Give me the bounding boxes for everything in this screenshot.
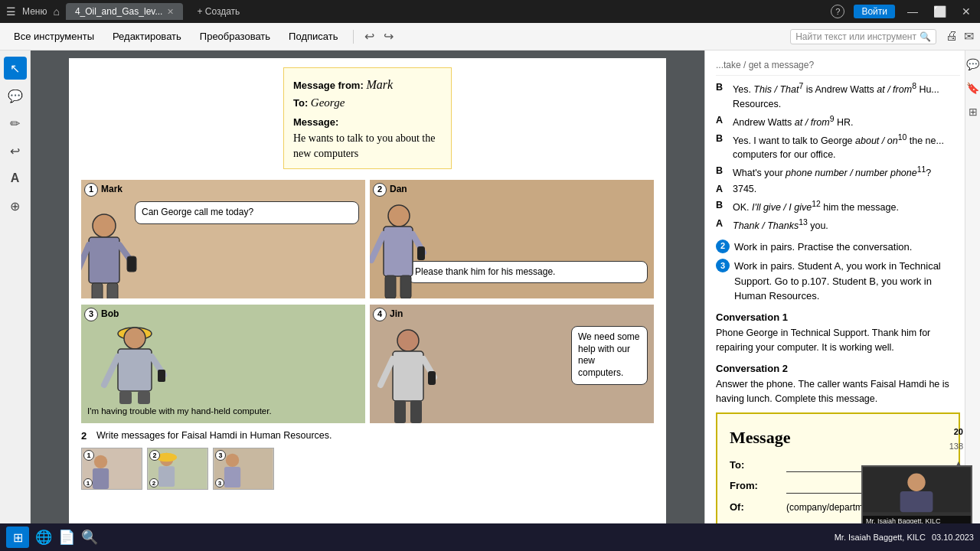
msg-of-label: Of: xyxy=(730,500,783,515)
panel-4-name: Jin xyxy=(390,308,403,321)
page-num-20: 20 xyxy=(954,425,963,439)
dialogue-A2: A 3745. xyxy=(716,182,960,197)
svg-rect-16 xyxy=(118,349,152,391)
video-thumbnail: Mr. Isaiah Baggett, KILC xyxy=(861,465,972,528)
svg-point-15 xyxy=(124,328,145,349)
svg-rect-31 xyxy=(93,468,109,489)
svg-line-24 xyxy=(381,359,393,385)
panel-3-name: Bob xyxy=(101,308,119,321)
line-A3: Thank / Thanks13 you. xyxy=(733,217,828,233)
titlebar: ☰ Меню ⌂ 4_Oil_and_Gas_lev... ✕ + Создат… xyxy=(0,0,980,23)
menu-label[interactable]: Меню xyxy=(22,6,47,17)
transform-menu[interactable]: Преобразовать xyxy=(192,28,278,45)
pdf-taskbar-icon[interactable]: 📄 xyxy=(58,529,75,546)
note-msg-label: Message: xyxy=(293,115,442,130)
edit-menu[interactable]: Редактировать xyxy=(105,28,189,45)
panel-4-label: 4 xyxy=(373,308,387,321)
rp-section-3-num: 3 xyxy=(716,259,730,272)
dialogue-B3: B What's your phone number / number phon… xyxy=(716,164,960,181)
main-layout: ↖ 💬 ✏ ↩ A ⊕ Message from: Mark xyxy=(0,51,980,551)
maximize-button[interactable]: ⬜ xyxy=(930,5,949,18)
svg-rect-38 xyxy=(224,467,240,487)
dialogue-B2: B Yes. I want to talk to George about / … xyxy=(716,132,960,163)
browser-taskbar-icon[interactable]: 🌐 xyxy=(35,529,52,546)
select-tool[interactable]: ↖ xyxy=(4,57,27,80)
tools-menu[interactable]: Все инструменты xyxy=(6,28,102,45)
tab-close-icon[interactable]: ✕ xyxy=(167,7,174,17)
svg-rect-11 xyxy=(385,276,396,298)
email-icon[interactable]: ✉ xyxy=(964,29,974,44)
panel-3-caption: I'm having trouble with my hand-held com… xyxy=(87,406,359,417)
thumb-3: 3 3 xyxy=(213,448,274,490)
zoom-taskbar-icon[interactable]: 🔍 xyxy=(81,529,98,546)
search-bar[interactable]: Найти текст или инструмент 🔍 xyxy=(790,29,936,44)
rp-section-3: 3 Work in pairs. Student A, you work in … xyxy=(716,259,960,304)
msg-to-label: To: xyxy=(730,458,783,473)
taskbar: ⊞ 🌐 📄 🔍 Mr. Isaiah Baggett, KILC 03.10.2… xyxy=(0,523,980,551)
titlebar-right: ? Войти — ⬜ ✕ xyxy=(831,5,974,18)
left-toolbar: ↖ 💬 ✏ ↩ A ⊕ xyxy=(0,51,31,551)
undo-btn[interactable]: ↩ xyxy=(361,29,377,44)
start-btn[interactable]: ⊞ xyxy=(6,527,29,548)
separator-1 xyxy=(353,30,354,44)
speaker-B3: B xyxy=(716,164,728,181)
line-B4: OK. I'll give / I give12 him the message… xyxy=(733,198,899,215)
svg-rect-8 xyxy=(384,227,413,276)
note-msg-text: He wants to talk to you about the new co… xyxy=(293,131,442,161)
dialogue-B4: B OK. I'll give / I give12 him the messa… xyxy=(716,198,960,215)
note-from-label: Message from: xyxy=(293,80,366,91)
pencil-tool[interactable]: ✏ xyxy=(4,112,27,135)
sign-menu[interactable]: Подписать xyxy=(281,28,345,45)
home-icon[interactable]: ⌂ xyxy=(53,5,59,18)
bookmark-icon[interactable]: 🔖 xyxy=(966,80,979,96)
menubar-icons: 🖨 ✉ xyxy=(946,29,974,44)
minimize-button[interactable]: — xyxy=(904,5,921,18)
svg-rect-5 xyxy=(107,283,118,298)
thumb-2: 2 2 xyxy=(147,448,208,490)
redo-btn[interactable]: ↪ xyxy=(381,29,397,44)
svg-rect-1 xyxy=(89,237,119,283)
add-tab-btn[interactable]: + Создать xyxy=(189,3,247,20)
line-A2: 3745. xyxy=(733,182,756,197)
grid-icon[interactable]: ⊞ xyxy=(969,104,978,120)
active-tab[interactable]: 4_Oil_and_Gas_lev... ✕ xyxy=(66,3,184,20)
note-to-label: To: xyxy=(293,97,311,109)
rp-section-2: 2 Work in pairs. Practise the conversati… xyxy=(716,240,960,255)
panel-1-speech: Can George call me today? xyxy=(135,201,359,224)
comic-panel-2: 2 Dan Please thank him for his message. xyxy=(370,180,654,298)
svg-point-7 xyxy=(388,205,410,227)
speaker-B2: B xyxy=(716,132,728,163)
conv2-text: Answer the phone. The caller wants Faisa… xyxy=(716,377,960,406)
page-wrapper: Message from: Mark To: George Message: H… xyxy=(31,51,704,551)
menu-icon[interactable]: ☰ xyxy=(6,5,16,18)
conv2-section: Conversation 2 Answer the phone. The cal… xyxy=(716,361,960,406)
dialogue-A1: A Andrew Watts at / from9 HR. xyxy=(716,113,960,130)
page-num-138: 138 xyxy=(949,440,963,453)
conv1-text: Phone George in Technical Support. Thank… xyxy=(716,326,960,355)
line-B1: Yes. This / That7 is Andrew Watts at / f… xyxy=(733,80,960,112)
comic-row-1: 1 Mark Can George call me today? xyxy=(81,180,654,298)
svg-rect-19 xyxy=(119,391,132,404)
taskbar-right: Mr. Isaiah Baggett, KILC 03.10.2023 xyxy=(835,533,974,542)
video-figure xyxy=(863,467,971,513)
close-button[interactable]: ✕ xyxy=(959,5,974,18)
titlebar-left: ☰ Меню ⌂ 4_Oil_and_Gas_lev... ✕ + Создат… xyxy=(6,3,831,20)
svg-line-9 xyxy=(371,234,384,260)
rp-section-2-num: 2 xyxy=(716,240,730,253)
top-section: Message from: Mark To: George Message: H… xyxy=(81,64,654,175)
comment-tool[interactable]: 💬 xyxy=(4,84,27,107)
panel-2-figure xyxy=(370,199,427,298)
svg-point-37 xyxy=(226,454,239,467)
comment-icon[interactable]: 💬 xyxy=(966,57,979,73)
text-tool[interactable]: A xyxy=(4,167,27,190)
print-icon[interactable]: 🖨 xyxy=(946,29,958,44)
conv1-title: Conversation 1 xyxy=(716,310,960,325)
speaker-B1: B xyxy=(716,80,728,112)
stamp-tool[interactable]: ⊕ xyxy=(4,194,27,217)
speaker-A2: A xyxy=(716,182,728,197)
login-button[interactable]: Войти xyxy=(854,5,895,18)
note-from-name: Mark xyxy=(366,78,393,91)
help-icon[interactable]: ? xyxy=(831,5,844,18)
undo-tool[interactable]: ↩ xyxy=(4,139,27,162)
panel-2-label: 2 xyxy=(373,183,387,197)
